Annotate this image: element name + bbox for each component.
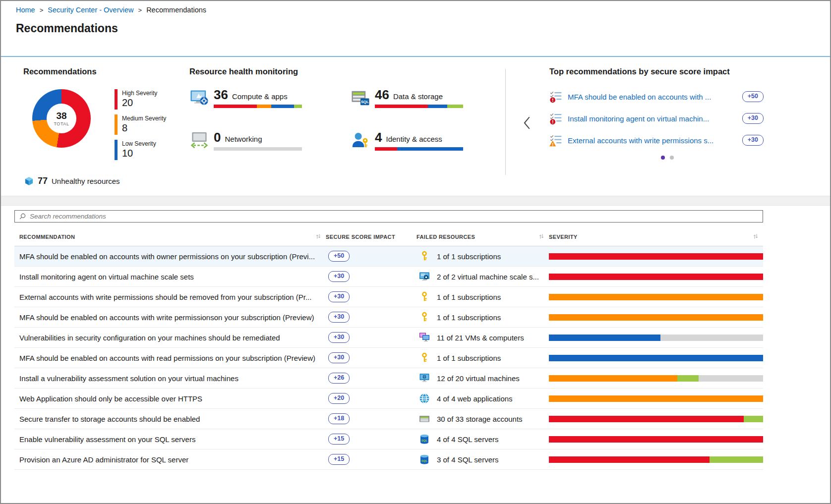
severity-legend: High Severity20Medium Severity8Low Sever…: [115, 89, 166, 165]
recommendations-chart-block: Recommendations 38 TOTAL High Severity20…: [23, 64, 189, 196]
recommendation-cell: Enable vulnerability assessment on your …: [14, 435, 326, 444]
resource-health-block: Resource health monitoring 36Compute & a…: [189, 64, 505, 196]
legend-color-chip: [115, 89, 118, 110]
carousel-dot-2[interactable]: [670, 156, 674, 160]
sql-icon: SQL: [419, 454, 430, 465]
distribution-bar: [549, 274, 763, 280]
table-row-8[interactable]: Secure transfer to storage accounts shou…: [14, 409, 763, 429]
health-label: Networking: [225, 135, 262, 143]
failed-resources-text: 1 of 1 subscriptions: [437, 313, 501, 322]
donut-total-label: TOTAL: [54, 121, 69, 126]
top-recommendation-link[interactable]: External accounts with write permissions…: [568, 136, 737, 145]
legend-label: Medium Severity: [122, 115, 166, 122]
table-row-2[interactable]: External accounts with write permissions…: [14, 287, 763, 307]
recommendation-cell: Provision an Azure AD administrator for …: [14, 455, 326, 464]
top-recommendation-link[interactable]: Install monitoring agent on virtual mach…: [568, 114, 737, 123]
breadcrumb-home-link[interactable]: Home: [16, 6, 35, 14]
health-item-3[interactable]: 4Identity & access: [351, 131, 467, 151]
severity-cell: [549, 314, 763, 321]
severity-cell: [549, 253, 763, 260]
svg-text:SQL: SQL: [421, 459, 428, 462]
column-header-secure-score-impact[interactable]: SECURE SCORE IMPACT: [326, 233, 416, 240]
carousel-dot-1[interactable]: [661, 156, 665, 160]
chevron-left-icon: [524, 116, 530, 129]
secure-score-badge: +18: [328, 413, 350, 424]
search-input[interactable]: [30, 211, 758, 222]
health-item-1[interactable]: SQL46Data & storage: [351, 88, 467, 108]
recommendation-cell: External accounts with write permissions…: [14, 293, 326, 301]
unhealthy-count: 77: [38, 176, 48, 186]
severity-cell: [549, 294, 763, 300]
failed-resources-text: 4 of 4 web applications: [437, 394, 513, 403]
recommendation-cell: MFA should be enabled on accounts with r…: [14, 354, 326, 362]
failed-resources-text: 30 of 33 storage accounts: [437, 415, 523, 423]
column-header-recommendation[interactable]: RECOMMENDATION: [14, 233, 326, 240]
svg-text:SQL: SQL: [421, 439, 428, 442]
severity-cell: [549, 355, 763, 361]
top-recommendation-item-2: External accounts with write permissions…: [549, 134, 764, 147]
table-row-6[interactable]: Install a vulnerability assessment solut…: [14, 368, 763, 389]
table-row-10[interactable]: Provision an Azure AD administrator for …: [14, 449, 763, 470]
severity-cell: [549, 416, 763, 422]
health-label: Identity & access: [386, 135, 442, 143]
column-header-failed-resources[interactable]: FAILED RESOURCES: [416, 233, 549, 240]
breadcrumb-overview-link[interactable]: Security Center - Overview: [48, 6, 133, 14]
table-row-3[interactable]: MFA should be enabled on accounts with w…: [14, 307, 763, 328]
carousel-previous-button[interactable]: [522, 114, 532, 133]
failed-resources-text: 11 of 21 VMs & computers: [437, 334, 524, 342]
search-box[interactable]: [14, 210, 763, 223]
donut-center: 38 TOTAL: [47, 104, 76, 133]
severity-cell: [549, 375, 763, 382]
secure-score-cell: +30: [326, 312, 416, 322]
table-row-7[interactable]: Web Application should only be accessibl…: [14, 389, 763, 409]
table-row-5[interactable]: MFA should be enabled on accounts with r…: [14, 348, 763, 368]
severity-donut-chart[interactable]: 38 TOTAL: [32, 89, 91, 148]
recommendation-cell: Web Application should only be accessibl…: [14, 394, 326, 403]
failed-resources-text: 12 of 20 virtual machines: [437, 374, 520, 383]
breadcrumb-separator: >: [40, 6, 44, 14]
distribution-bar: [549, 395, 763, 402]
legend-value: 20: [122, 97, 157, 109]
page-title: Recommendations: [16, 22, 815, 35]
table-row-4[interactable]: Vulnerabilities in security configuratio…: [14, 328, 763, 348]
secure-score-badge: +20: [328, 393, 350, 403]
secure-score-cell: +30: [326, 271, 416, 281]
severity-cell: [549, 456, 763, 463]
distribution-bar: [549, 355, 763, 361]
column-label: RECOMMENDATION: [19, 234, 75, 240]
carousel-dots: [661, 156, 830, 160]
sort-icon[interactable]: [539, 233, 544, 240]
table-row-0[interactable]: MFA should be enabled on accounts with o…: [14, 246, 763, 267]
secure-score-badge: +30: [328, 291, 350, 302]
recommendation-cell: Install monitoring agent on virtual mach…: [14, 273, 326, 281]
unhealthy-label: Unhealthy resources: [52, 177, 120, 185]
legend-label: High Severity: [122, 90, 157, 97]
table-row-1[interactable]: Install monitoring agent on virtual mach…: [14, 267, 763, 287]
sort-icon[interactable]: [753, 233, 758, 240]
column-header-severity[interactable]: SEVERITY: [549, 233, 763, 240]
distribution-bar: [549, 416, 763, 422]
table-body: MFA should be enabled on accounts with o…: [14, 246, 763, 470]
health-count: 46: [375, 88, 389, 101]
health-item-2[interactable]: 0Networking: [189, 131, 306, 151]
health-item-0[interactable]: 36Compute & apps: [189, 88, 306, 108]
page-header: Recommendations: [1, 19, 830, 57]
failed-resources-cell: 30 of 33 storage accounts: [416, 413, 549, 424]
distribution-bar: [549, 335, 763, 341]
cube-icon: [24, 176, 34, 186]
table-header: RECOMMENDATIONSECURE SCORE IMPACTFAILED …: [14, 229, 763, 246]
sql-icon: SQL: [419, 434, 430, 445]
secure-score-cell: +15: [326, 434, 416, 444]
distribution-bar: [549, 314, 763, 321]
svg-text:SQL: SQL: [361, 100, 369, 104]
distribution-bar: [214, 147, 302, 151]
resource-health-grid: 36Compute & appsSQL46Data & storage0Netw…: [189, 88, 505, 151]
top-recommendation-link[interactable]: MFA should be enabled on accounts with .…: [568, 93, 737, 101]
sort-icon[interactable]: [316, 233, 321, 240]
breadcrumb: Home > Security Center - Overview > Reco…: [1, 1, 830, 19]
failed-resources-cell: 2 of 2 virtual machine scale s...: [416, 271, 549, 282]
secure-score-cell: +30: [326, 352, 416, 363]
recommendation-cell: Install a vulnerability assessment solut…: [14, 374, 326, 383]
secure-score-badge: +30: [328, 352, 350, 363]
table-row-9[interactable]: Enable vulnerability assessment on your …: [14, 429, 763, 449]
